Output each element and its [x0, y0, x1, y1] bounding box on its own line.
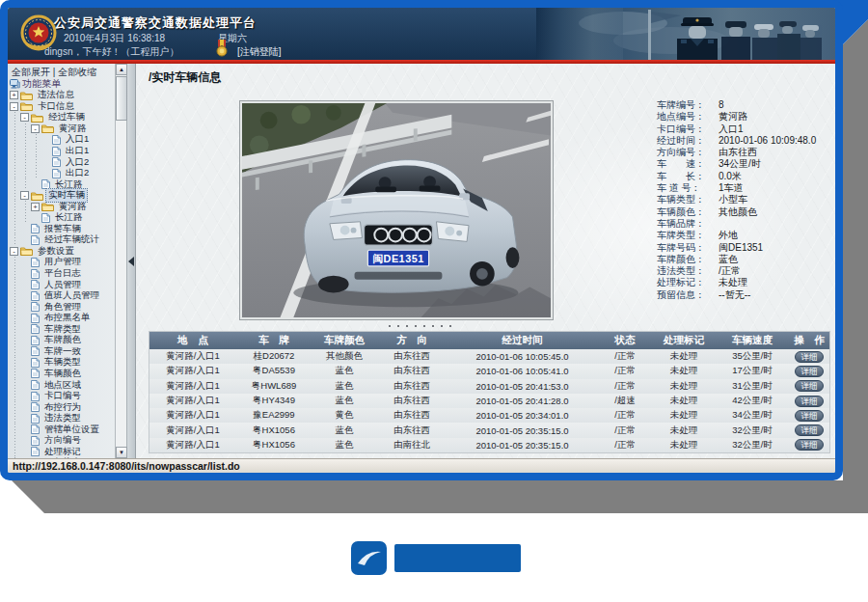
tree-item[interactable]: -黄河路	[10, 123, 114, 135]
tree-indent	[20, 123, 31, 135]
scrollbar-thumb[interactable]	[116, 76, 127, 121]
table-cell: 2010-01-06 10:05:45.0	[447, 351, 598, 362]
vehicle-table: 地 点车 牌车牌颜色方 向经过时间状态处理标记车辆速度操 作 黄河路/入口1桂D…	[149, 331, 830, 453]
table-cell: 31公里/时	[716, 380, 789, 393]
detail-row: 车牌类型：外地	[657, 230, 838, 241]
detail-row: 预留信息：--暂无--	[657, 289, 838, 301]
tree-toggle-icon[interactable]: -	[10, 247, 18, 256]
detail-label: 车牌颜色：	[657, 254, 719, 265]
table-cell: 黄河路/入口1	[149, 350, 236, 363]
tree-toggle-icon[interactable]: +	[31, 203, 40, 211]
table-header-cell: 状态	[598, 334, 652, 347]
table-action-cell: 详细	[789, 366, 829, 377]
tree-indent	[10, 369, 20, 380]
tree-toggle-icon[interactable]: -	[20, 191, 29, 200]
table-cell: 未处理	[652, 380, 716, 393]
logout-link[interactable]: [注销登陆]	[237, 45, 282, 59]
detail-button[interactable]: 详细	[795, 366, 824, 377]
detail-row: 违法类型：/正常	[657, 265, 838, 277]
detail-value: 闽DE1351	[719, 242, 763, 254]
tree-indent	[20, 212, 31, 224]
tree-indent	[10, 391, 20, 402]
tree-toggle-icon[interactable]: -	[20, 113, 29, 122]
table-cell: 2010-01-06 10:05:41.0	[447, 366, 598, 376]
tree-item[interactable]: 出口1	[10, 146, 114, 157]
page-icon	[31, 380, 40, 390]
table-cell: 32公里/时	[716, 424, 789, 437]
sidebar-scrollbar[interactable]: ▲ ▼	[115, 64, 126, 458]
sidebar: 全部展开 | 全部收缩 功能菜单 +违法信息-卡口信息-经过车辆-黄河路入口1出…	[8, 64, 127, 458]
detail-row: 经过时间：2010-01-06 10:09:48.0	[657, 135, 838, 147]
detail-value: 黄河路	[719, 111, 747, 123]
scroll-up-icon[interactable]: ▲	[116, 64, 127, 75]
detail-value: 8	[719, 99, 724, 111]
detail-value: 外地	[719, 230, 738, 241]
pagination-dot	[441, 325, 443, 327]
table-row: 黄河路/入口1粤HX1056蓝色由东往西2010-01-05 20:35:15.…	[149, 423, 829, 437]
page-icon	[31, 336, 40, 345]
table-header-cell: 经过时间	[447, 334, 598, 347]
detail-label: 车 速：	[657, 158, 719, 170]
tree-indent	[10, 424, 20, 435]
table-action-cell: 详细	[789, 439, 829, 451]
detail-label: 经过时间：	[657, 135, 719, 147]
header-greeting: dingsn，下午好！（工程用户）	[44, 45, 178, 59]
page-icon	[31, 280, 40, 289]
table-action-cell: 详细	[789, 380, 829, 392]
tree-toggle-icon[interactable]: -	[31, 124, 40, 133]
tree-indent	[20, 201, 31, 212]
tree-indent	[31, 146, 41, 157]
page-icon	[52, 135, 61, 145]
panel-splitter[interactable]	[127, 64, 136, 458]
scroll-down-icon[interactable]: ▼	[116, 447, 127, 458]
table-cell: 黄河路/入口1	[149, 409, 236, 422]
table-row: 黄河路/入口1桂D20672其他颜色由东往西2010-01-06 10:05:4…	[149, 349, 829, 364]
detail-label: 处理标记：	[657, 277, 719, 288]
detail-row: 处理标记：未处理	[657, 277, 838, 288]
tree-indent	[20, 156, 31, 168]
detail-button[interactable]: 详细	[795, 396, 824, 407]
tree-indent	[10, 156, 20, 168]
vehicle-detail-panel: 车牌编号：8地点编号：黄河路卡口编号：入口1经过时间：2010-01-06 10…	[657, 99, 838, 301]
collapse-left-icon[interactable]	[128, 257, 134, 266]
table-header-cell: 处理标记	[652, 334, 716, 347]
tree-indent	[31, 134, 41, 146]
detail-row: 地点编号：黄河路	[657, 111, 838, 123]
detail-value: 蓝色	[719, 254, 738, 265]
tree-indent	[10, 268, 20, 280]
detail-button[interactable]: 详细	[795, 380, 824, 392]
tree-toggle-icon[interactable]: +	[10, 91, 18, 99]
main-panel: /实时车辆信息	[136, 64, 835, 458]
detail-label: 车 长：	[657, 171, 719, 182]
table-cell: 由东往西	[377, 365, 447, 377]
detail-value: 2010-01-06 10:09:48.0	[719, 135, 816, 147]
app-title: 公安局交通警察交通数据处理平台	[54, 14, 257, 32]
table-cell: 未处理	[652, 350, 716, 363]
tree-indent	[10, 346, 20, 358]
expand-all-link[interactable]: 全部展开	[12, 67, 50, 77]
table-cell: 未处理	[652, 365, 716, 377]
tree-item[interactable]: 入口2	[10, 156, 114, 168]
tree-indent	[10, 357, 20, 369]
tree-indent	[10, 413, 20, 424]
table-cell: 42公里/时	[716, 395, 789, 407]
page-icon	[31, 258, 40, 267]
table-cell: 黄河路/入口1	[149, 395, 236, 407]
detail-button[interactable]: 详细	[795, 439, 824, 451]
app-window: 公安局交通警察交通数据处理平台 2010年4月3日 16:38:18 星期六 d…	[0, 0, 843, 480]
detail-value: --暂无--	[719, 289, 750, 301]
tree-indent	[10, 435, 20, 447]
tree-toggle-icon[interactable]: -	[10, 102, 18, 111]
collapse-all-link[interactable]: 全部收缩	[58, 67, 96, 77]
table-cell: 粤HX1056	[236, 424, 312, 437]
tree-indent	[10, 290, 20, 302]
detail-button[interactable]: 详细	[795, 351, 824, 363]
tree-indent	[10, 224, 20, 235]
table-header-cell: 车牌颜色	[312, 334, 377, 347]
table-cell: 由东往西	[377, 409, 447, 422]
detail-button[interactable]: 详细	[795, 410, 824, 422]
page-icon	[31, 447, 40, 456]
table-action-cell: 详细	[789, 351, 829, 363]
table-cell: 17公里/时	[716, 365, 789, 377]
detail-button[interactable]: 详细	[795, 424, 824, 436]
